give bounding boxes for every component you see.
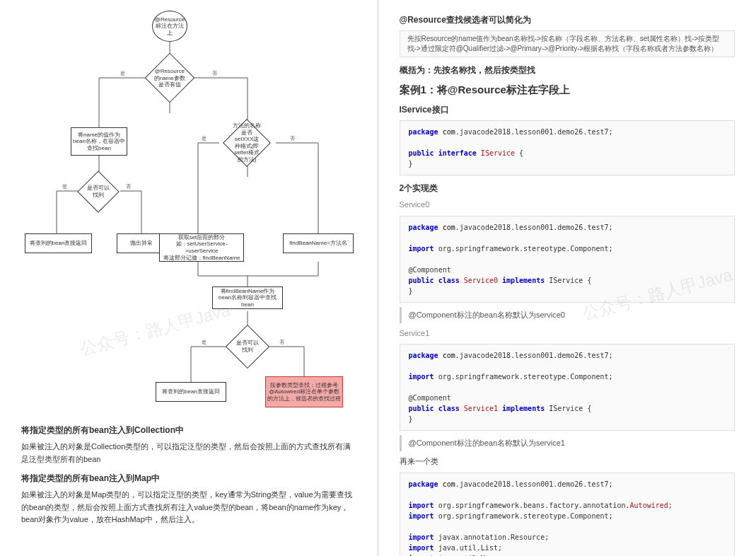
p-another: 再来一个类 [400, 456, 735, 468]
code-service1: package com.javacode2018.lesson001.demo2… [400, 344, 735, 431]
code-service2: package com.javacode2018.lesson001.demo2… [400, 473, 735, 556]
code-service0: package com.javacode2018.lesson001.demo2… [400, 216, 735, 303]
flowchart: 是 否 是 否 是 否 是 否 @Resource标注在方 [21, 7, 368, 417]
p-map: 如果被注入的对象是Map类型的，可以指定泛型的类型，key通常为String类型… [21, 489, 356, 526]
flow-d-found2-label: 是否可以找到 [234, 340, 261, 353]
flow-use-name: 将name的值作为bean名称，在容器中查找bean [71, 127, 127, 156]
flow-return2-label: 将查到的bean直接返回 [162, 388, 220, 395]
svg-text:是: 是 [62, 184, 67, 190]
flow-throw-label: 抛出异常 [130, 240, 153, 247]
code-iservice: package com.javacode2018.lesson001.demo2… [400, 120, 735, 175]
right-page: @Resource查找候选者可以简化为 先按Resource的name值作为be… [378, 0, 757, 556]
flow-d-found2: 是否可以找到 [226, 325, 269, 369]
flow-return1-label: 将查到的bean直接返回 [30, 240, 88, 247]
p-collection: 如果被注入的对象是Collection类型的，可以指定泛型的类型，然后会按照上面… [21, 441, 356, 465]
sub-service0: Service0 [400, 199, 735, 212]
flow-lookup: 将findBeanName作为bean名称到容器中查找bean [212, 286, 283, 309]
note-service0: @Component标注的bean名称默认为service0 [400, 307, 735, 323]
flow-start-label: @Resource标注在方法上 [154, 16, 185, 37]
flow-methodname: findBeanName=方法名 [283, 233, 354, 253]
h-collection: 将指定类型的所有bean注入到Collection中 [21, 424, 356, 436]
flow-d-setter-label: 方法的名称是否setXXX这种格式(即setter格式的方法) [232, 122, 262, 163]
note-service1: @Component标注的bean名称默认为service1 [400, 435, 735, 451]
flow-d-name: @Resource的name参数是否有值 [145, 53, 195, 103]
flow-strip-set-label: 获取set后面的部分 如：setUserService->userService… [161, 234, 242, 261]
flow-d-name-label: @Resource的name参数是否有值 [154, 68, 185, 88]
flow-start: @Resource标注在方法上 [152, 11, 187, 42]
h-case1: 案例1：将@Resource标注在字段上 [400, 83, 735, 97]
svg-text:否: 否 [279, 340, 284, 344]
left-page: 是 否 是 否 是 否 是 否 @Resource标注在方 [0, 0, 378, 556]
flow-autowired: 按参数类型查找：过程参考@Autowired标注在单个参数的方法上，候选者的查找… [265, 376, 343, 407]
flow-d-found1: 是否可以找到 [77, 170, 119, 212]
flow-d-found1-label: 是否可以找到 [86, 185, 111, 198]
svg-text:是: 是 [202, 136, 207, 141]
h-map: 将指定类型的所有bean注入到Map中 [21, 473, 356, 485]
sub-service1: Service1 [400, 328, 735, 340]
flow-lines: 是 否 是 否 是 否 是 否 [21, 7, 368, 417]
h-iservice: IService接口 [400, 104, 735, 116]
flow-d-setter: 方法的名称是否setXXX这种格式(即setter格式的方法) [223, 119, 271, 167]
h-2impl: 2个实现类 [400, 183, 735, 195]
svg-text:是: 是 [202, 340, 207, 345]
h-summary: 概括为：先按名称找，然后按类型找 [400, 64, 735, 76]
flow-strip-set: 获取set后面的部分 如：setUserService->userService… [159, 233, 244, 262]
flow-use-name-label: 将name的值作为bean名称，在容器中查找bean [73, 132, 125, 152]
flow-autowired-label: 按参数类型查找：过程参考@Autowired标注在单个参数的方法上，候选者的查找… [267, 382, 341, 402]
flow-methodname-label: findBeanName=方法名 [289, 240, 347, 247]
svg-text:否: 否 [212, 71, 217, 76]
note-simplify: 先按Resource的name值作为bean名称找->按名称（字段名称、方法名称… [400, 30, 735, 57]
svg-text:否: 否 [290, 136, 295, 141]
h-simplify: @Resource查找候选者可以简化为 [400, 14, 735, 26]
svg-text:否: 否 [126, 184, 131, 189]
flow-lookup-label: 将findBeanName作为bean名称到容器中查找bean [214, 288, 281, 308]
svg-text:是: 是 [120, 71, 125, 76]
flow-return1: 将查到的bean直接返回 [25, 233, 92, 253]
flow-return2: 将查到的bean直接返回 [156, 382, 226, 402]
